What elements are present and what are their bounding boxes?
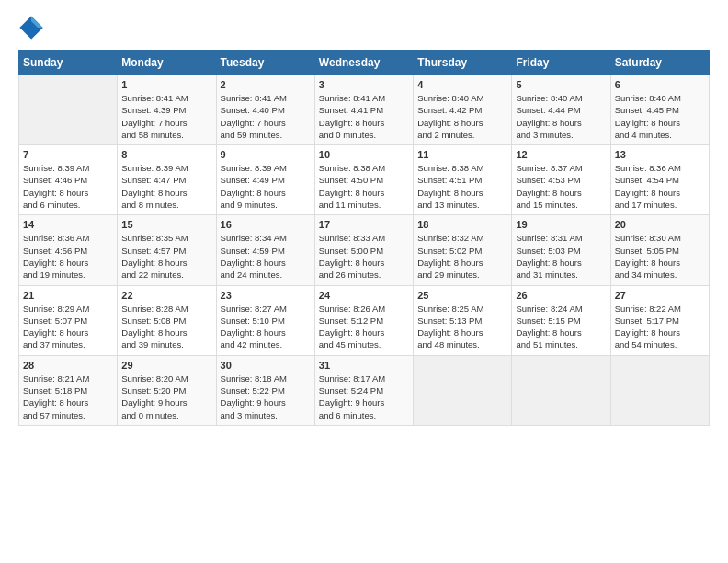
header-tuesday: Tuesday xyxy=(216,51,314,75)
day-info: Sunrise: 8:29 AM Sunset: 5:07 PM Dayligh… xyxy=(23,303,113,351)
day-cell xyxy=(414,355,512,425)
day-cell: 12Sunrise: 8:37 AM Sunset: 4:53 PM Dayli… xyxy=(512,145,610,215)
day-cell: 27Sunrise: 8:22 AM Sunset: 5:17 PM Dayli… xyxy=(610,285,709,355)
day-number: 2 xyxy=(221,79,311,90)
day-number: 22 xyxy=(121,290,211,301)
day-info: Sunrise: 8:39 AM Sunset: 4:47 PM Dayligh… xyxy=(121,162,211,211)
day-info: Sunrise: 8:32 AM Sunset: 5:02 PM Dayligh… xyxy=(417,232,507,281)
day-cell: 10Sunrise: 8:38 AM Sunset: 4:50 PM Dayli… xyxy=(314,145,413,215)
week-row-2: 14Sunrise: 8:36 AM Sunset: 4:56 PM Dayli… xyxy=(19,215,710,285)
day-number: 31 xyxy=(319,360,409,371)
day-cell: 2Sunrise: 8:41 AM Sunset: 4:40 PM Daylig… xyxy=(216,75,314,145)
day-number: 12 xyxy=(516,149,606,160)
day-number: 4 xyxy=(417,79,507,90)
day-number: 7 xyxy=(23,149,113,160)
day-info: Sunrise: 8:39 AM Sunset: 4:46 PM Dayligh… xyxy=(23,162,113,211)
day-number: 5 xyxy=(516,79,606,90)
day-cell: 30Sunrise: 8:18 AM Sunset: 5:22 PM Dayli… xyxy=(216,355,314,425)
header-saturday: Saturday xyxy=(610,51,709,75)
day-info: Sunrise: 8:24 AM Sunset: 5:15 PM Dayligh… xyxy=(516,303,606,351)
day-number: 27 xyxy=(615,290,705,301)
day-cell: 9Sunrise: 8:39 AM Sunset: 4:49 PM Daylig… xyxy=(216,145,314,215)
day-info: Sunrise: 8:17 AM Sunset: 5:24 PM Dayligh… xyxy=(319,373,409,421)
week-row-0: 1Sunrise: 8:41 AM Sunset: 4:39 PM Daylig… xyxy=(19,75,710,145)
day-info: Sunrise: 8:34 AM Sunset: 4:59 PM Dayligh… xyxy=(221,232,311,281)
day-number: 9 xyxy=(221,149,311,160)
day-cell: 3Sunrise: 8:41 AM Sunset: 4:41 PM Daylig… xyxy=(314,75,413,145)
day-cell: 24Sunrise: 8:26 AM Sunset: 5:12 PM Dayli… xyxy=(314,285,413,355)
day-number: 13 xyxy=(615,149,705,160)
logo xyxy=(18,15,46,40)
day-cell: 4Sunrise: 8:40 AM Sunset: 4:42 PM Daylig… xyxy=(414,75,512,145)
day-number: 21 xyxy=(23,290,113,301)
day-cell: 15Sunrise: 8:35 AM Sunset: 4:57 PM Dayli… xyxy=(118,215,216,285)
day-info: Sunrise: 8:40 AM Sunset: 4:45 PM Dayligh… xyxy=(615,92,705,141)
day-number: 3 xyxy=(319,79,409,90)
day-info: Sunrise: 8:40 AM Sunset: 4:42 PM Dayligh… xyxy=(417,92,507,141)
day-info: Sunrise: 8:41 AM Sunset: 4:39 PM Dayligh… xyxy=(121,92,211,141)
day-cell: 13Sunrise: 8:36 AM Sunset: 4:54 PM Dayli… xyxy=(610,145,709,215)
day-cell: 25Sunrise: 8:25 AM Sunset: 5:13 PM Dayli… xyxy=(414,285,512,355)
day-cell: 29Sunrise: 8:20 AM Sunset: 5:20 PM Dayli… xyxy=(118,355,216,425)
day-info: Sunrise: 8:38 AM Sunset: 4:50 PM Dayligh… xyxy=(319,162,409,211)
calendar-table: SundayMondayTuesdayWednesdayThursdayFrid… xyxy=(18,50,710,426)
day-info: Sunrise: 8:40 AM Sunset: 4:44 PM Dayligh… xyxy=(516,92,606,141)
day-number: 23 xyxy=(221,290,311,301)
week-row-4: 28Sunrise: 8:21 AM Sunset: 5:18 PM Dayli… xyxy=(19,355,710,425)
day-info: Sunrise: 8:36 AM Sunset: 4:54 PM Dayligh… xyxy=(615,162,705,211)
header xyxy=(18,15,710,40)
header-row: SundayMondayTuesdayWednesdayThursdayFrid… xyxy=(19,51,710,75)
day-cell xyxy=(512,355,610,425)
day-number: 30 xyxy=(221,360,311,371)
day-cell: 1Sunrise: 8:41 AM Sunset: 4:39 PM Daylig… xyxy=(118,75,216,145)
day-info: Sunrise: 8:41 AM Sunset: 4:40 PM Dayligh… xyxy=(221,92,311,141)
day-number: 1 xyxy=(121,79,211,90)
day-info: Sunrise: 8:41 AM Sunset: 4:41 PM Dayligh… xyxy=(319,92,409,141)
day-cell: 19Sunrise: 8:31 AM Sunset: 5:03 PM Dayli… xyxy=(512,215,610,285)
day-cell: 23Sunrise: 8:27 AM Sunset: 5:10 PM Dayli… xyxy=(216,285,314,355)
day-info: Sunrise: 8:27 AM Sunset: 5:10 PM Dayligh… xyxy=(221,303,311,351)
day-cell: 21Sunrise: 8:29 AM Sunset: 5:07 PM Dayli… xyxy=(19,285,118,355)
day-number: 8 xyxy=(121,149,211,160)
day-number: 11 xyxy=(417,149,507,160)
header-wednesday: Wednesday xyxy=(314,51,413,75)
day-info: Sunrise: 8:26 AM Sunset: 5:12 PM Dayligh… xyxy=(319,303,409,351)
day-cell: 26Sunrise: 8:24 AM Sunset: 5:15 PM Dayli… xyxy=(512,285,610,355)
day-info: Sunrise: 8:28 AM Sunset: 5:08 PM Dayligh… xyxy=(121,303,211,351)
day-info: Sunrise: 8:35 AM Sunset: 4:57 PM Dayligh… xyxy=(121,232,211,281)
day-number: 10 xyxy=(319,149,409,160)
day-number: 20 xyxy=(615,219,705,230)
day-cell: 20Sunrise: 8:30 AM Sunset: 5:05 PM Dayli… xyxy=(610,215,709,285)
day-cell: 22Sunrise: 8:28 AM Sunset: 5:08 PM Dayli… xyxy=(118,285,216,355)
day-number: 16 xyxy=(221,219,311,230)
page: SundayMondayTuesdayWednesdayThursdayFrid… xyxy=(0,0,728,435)
header-thursday: Thursday xyxy=(414,51,512,75)
week-row-1: 7Sunrise: 8:39 AM Sunset: 4:46 PM Daylig… xyxy=(19,145,710,215)
day-cell: 31Sunrise: 8:17 AM Sunset: 5:24 PM Dayli… xyxy=(314,355,413,425)
day-cell: 7Sunrise: 8:39 AM Sunset: 4:46 PM Daylig… xyxy=(19,145,118,215)
day-number: 17 xyxy=(319,219,409,230)
day-info: Sunrise: 8:31 AM Sunset: 5:03 PM Dayligh… xyxy=(516,232,606,281)
day-cell: 11Sunrise: 8:38 AM Sunset: 4:51 PM Dayli… xyxy=(414,145,512,215)
day-number: 19 xyxy=(516,219,606,230)
logo-icon xyxy=(18,15,44,40)
day-cell: 16Sunrise: 8:34 AM Sunset: 4:59 PM Dayli… xyxy=(216,215,314,285)
header-friday: Friday xyxy=(512,51,610,75)
day-cell: 17Sunrise: 8:33 AM Sunset: 5:00 PM Dayli… xyxy=(314,215,413,285)
day-info: Sunrise: 8:22 AM Sunset: 5:17 PM Dayligh… xyxy=(615,303,705,351)
day-number: 6 xyxy=(615,79,705,90)
day-cell: 18Sunrise: 8:32 AM Sunset: 5:02 PM Dayli… xyxy=(414,215,512,285)
day-number: 29 xyxy=(121,360,211,371)
day-info: Sunrise: 8:33 AM Sunset: 5:00 PM Dayligh… xyxy=(319,232,409,281)
day-cell: 14Sunrise: 8:36 AM Sunset: 4:56 PM Dayli… xyxy=(19,215,118,285)
day-number: 14 xyxy=(23,219,113,230)
day-info: Sunrise: 8:37 AM Sunset: 4:53 PM Dayligh… xyxy=(516,162,606,211)
day-info: Sunrise: 8:30 AM Sunset: 5:05 PM Dayligh… xyxy=(615,232,705,281)
day-number: 28 xyxy=(23,360,113,371)
day-info: Sunrise: 8:21 AM Sunset: 5:18 PM Dayligh… xyxy=(23,373,113,421)
day-info: Sunrise: 8:18 AM Sunset: 5:22 PM Dayligh… xyxy=(221,373,311,421)
day-number: 15 xyxy=(121,219,211,230)
day-info: Sunrise: 8:39 AM Sunset: 4:49 PM Dayligh… xyxy=(221,162,311,211)
day-info: Sunrise: 8:20 AM Sunset: 5:20 PM Dayligh… xyxy=(121,373,211,421)
day-info: Sunrise: 8:36 AM Sunset: 4:56 PM Dayligh… xyxy=(23,232,113,281)
